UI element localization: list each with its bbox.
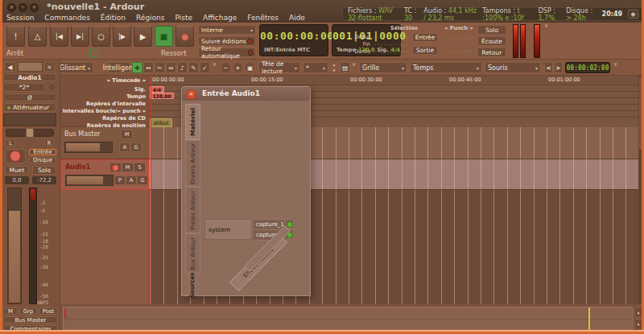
audition-button[interactable]: Écoute [477, 36, 506, 46]
chevron-down-icon[interactable]: ∨ [544, 23, 548, 29]
chevron-down-icon[interactable]: ∨ [613, 61, 617, 68]
tempo-marker[interactable]: 120,00 [150, 93, 174, 99]
goto-start-button[interactable]: |◀ [50, 26, 68, 47]
loop-button[interactable]: ○ [92, 26, 110, 47]
meter-marker[interactable]: 4/4 [150, 86, 164, 93]
sync-source-combo[interactable]: Interne▾ [198, 25, 256, 35]
processor-box[interactable] [3, 113, 56, 126]
port-matrix-dialog[interactable]: × Entrée Audio1 Matériel Divers Ardour P… [181, 86, 311, 296]
ruler-label-sig[interactable]: Sig. [60, 86, 146, 93]
output-button[interactable]: Bus Master [3, 316, 58, 324]
tool-range-button[interactable]: ↔ [143, 62, 154, 73]
dialog-tab-divers-ardour[interactable]: Divers Ardour [185, 140, 200, 187]
metronome-button[interactable]: △ [28, 26, 47, 47]
track-header-bus-master[interactable]: Bus Master M A G [60, 127, 149, 159]
tool-object-button[interactable]: ✥ [132, 62, 142, 73]
grid-unit-combo[interactable]: Temps▾ [410, 62, 482, 73]
strip-record-arm-button[interactable] [5, 149, 26, 163]
mixer-strip-hide-button[interactable]: ◀ [4, 62, 16, 72]
edit-mode-combo[interactable]: Glissant▾ [56, 62, 93, 73]
strip-io-button[interactable]: *2* [3, 83, 45, 92]
zoom-in-button[interactable]: + [233, 62, 243, 73]
play-button[interactable]: ▶ [134, 26, 152, 47]
track-mute-button[interactable]: M [122, 163, 134, 172]
window-close-button[interactable]: × [7, 3, 16, 12]
grid-mode-combo[interactable]: Grille▾ [359, 62, 407, 73]
trim-knob[interactable] [47, 83, 56, 92]
strip-name-button[interactable]: Audio1 [3, 73, 56, 81]
zoom-out-button[interactable]: − [221, 62, 231, 73]
track-g-button[interactable]: G [130, 142, 142, 152]
chevron-down-icon[interactable]: ∨ [352, 61, 356, 68]
summary-view[interactable] [63, 307, 633, 330]
processor-fader[interactable]: Atténuateur [3, 103, 56, 112]
dialog-tab-materiel[interactable]: Matériel [185, 104, 200, 140]
monitor-input-button[interactable]: Entrée [29, 149, 56, 155]
phase-invert-button[interactable]: Ø [3, 93, 56, 101]
dialog-tab-pistes-ardour[interactable]: Pistes Ardour [185, 187, 200, 233]
primary-clock[interactable]: 00:00:00:00 INT/Entrée MTC [259, 24, 328, 56]
tool-stretch-button[interactable]: ⇔ [166, 62, 176, 73]
menu-regions[interactable]: Régions [136, 14, 165, 22]
record-button[interactable]: ● [175, 26, 194, 47]
track-rec-button[interactable] [109, 163, 122, 172]
tool-audition-button[interactable]: ♪ [177, 62, 188, 73]
track-solo-button[interactable]: S [134, 163, 146, 172]
gain-fader[interactable] [7, 188, 22, 304]
dialog-tab-bus-ardour[interactable]: Bus Ardour [185, 233, 200, 274]
strip-solo-button[interactable]: Solo [32, 166, 56, 175]
summary-playhead[interactable] [588, 307, 590, 331]
window-maximize-button[interactable]: + [30, 3, 39, 12]
tool-cut-button[interactable]: ✂ [155, 62, 165, 73]
ruler-label-ranges[interactable]: Repères d'intervalle [60, 101, 146, 107]
menu-edition[interactable]: Édition [101, 14, 126, 22]
track-a-button[interactable]: A [119, 142, 130, 152]
pan-handle[interactable] [26, 128, 34, 138]
strip-mute-button[interactable]: Muet [5, 166, 29, 175]
auto-return-toggle[interactable]: Retour automatique [198, 47, 256, 57]
dialog-titlebar[interactable]: × Entrée Audio1 [182, 87, 310, 101]
save-view-button[interactable]: ▤ [340, 62, 350, 73]
location-marker-start[interactable]: début [150, 118, 172, 127]
ruler-label-tempo[interactable]: Tempo [60, 93, 146, 100]
stop-button[interactable]: ■ [155, 26, 173, 47]
ruler-label-cd[interactable]: Repères de CD [60, 115, 146, 122]
group-button[interactable]: Grp [19, 307, 37, 315]
edit-point-combo[interactable]: Souris▾ [485, 62, 541, 73]
track-mute-button[interactable]: M [121, 130, 133, 139]
punch-out-button[interactable]: Sortie [412, 46, 438, 55]
menu-fenetres[interactable]: Fenêtres [247, 14, 279, 22]
track-header-audio1[interactable]: Audio1 M S P A G [60, 159, 149, 190]
track-height-stepper[interactable]: ▴▾ [330, 62, 338, 73]
mixer-strip-close-button[interactable]: × [44, 62, 55, 72]
menu-session[interactable]: Session [6, 14, 34, 22]
ruler-label-loop-punch[interactable]: Intervalles boucle/« punch » [60, 108, 146, 114]
track-g-button[interactable]: G [137, 175, 148, 185]
solo-global-button[interactable]: Solo [477, 25, 506, 35]
peak-display[interactable]: -72,2 [32, 176, 56, 184]
track-p-button[interactable]: P [114, 175, 126, 185]
gain-display[interactable]: 0,0 [5, 176, 29, 184]
menu-affichage[interactable]: Affichage [203, 14, 237, 22]
nudge-clock[interactable]: 00:00:02:00 [565, 62, 610, 73]
monitor-disk-button[interactable]: Disque [29, 157, 56, 163]
record-status-icon[interactable]: ◉ [628, 10, 638, 19]
playhead[interactable] [151, 76, 151, 304]
smart-mode-toggle[interactable]: Intelligent [108, 62, 130, 73]
snap-unit-combo[interactable]: *▾ [303, 62, 328, 73]
chevron-down-icon[interactable]: ∨ [213, 61, 217, 68]
goto-end-button[interactable]: ▶| [71, 26, 89, 47]
nudge-forward-button[interactable]: > [554, 62, 563, 73]
track-name[interactable]: Audio1 [65, 163, 90, 171]
punch-in-button[interactable]: Entrée [412, 33, 438, 42]
menu-aide[interactable]: Aide [289, 14, 305, 22]
punch-indicator-button[interactable]: ! [6, 26, 25, 47]
feedback-button[interactable]: Retour [477, 47, 506, 57]
ruler-label-timecode[interactable]: « Timecode » [60, 77, 146, 84]
dialog-close-button[interactable]: × [186, 89, 196, 100]
track-a-button[interactable]: A [126, 175, 137, 185]
nudge-back-button[interactable]: < [544, 62, 553, 73]
tool-edit-button[interactable]: ✓ [200, 62, 210, 73]
zoom-fit-button[interactable]: ▣ [245, 62, 255, 73]
metering-point-button[interactable]: M [3, 307, 18, 315]
